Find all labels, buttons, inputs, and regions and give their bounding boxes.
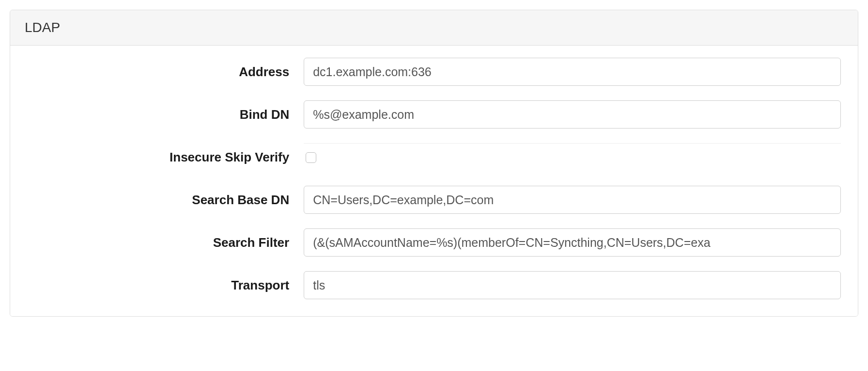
search-filter-control-wrap [304, 228, 841, 257]
transport-control-wrap [304, 271, 841, 299]
address-label: Address [27, 65, 304, 80]
transport-label: Transport [27, 278, 304, 293]
bind-dn-control-wrap [304, 100, 841, 129]
panel-title: LDAP [10, 10, 858, 46]
form-row-search-base-dn: Search Base DN [27, 186, 841, 214]
address-control-wrap [304, 58, 841, 86]
search-base-dn-control-wrap [304, 186, 841, 214]
search-filter-label: Search Filter [27, 235, 304, 250]
insecure-skip-verify-checkbox[interactable] [306, 152, 316, 163]
search-base-dn-input[interactable] [304, 186, 841, 214]
search-base-dn-label: Search Base DN [27, 193, 304, 208]
form-row-insecure-skip-verify: Insecure Skip Verify [27, 143, 841, 171]
panel-body: Address Bind DN Insecure Skip Verify Sea… [10, 46, 858, 316]
transport-input[interactable] [304, 271, 841, 299]
form-row-bind-dn: Bind DN [27, 100, 841, 129]
form-row-search-filter: Search Filter [27, 228, 841, 257]
checkbox-wrap [304, 143, 841, 171]
form-row-transport: Transport [27, 271, 841, 299]
address-input[interactable] [304, 58, 841, 86]
insecure-skip-verify-control-wrap [304, 143, 841, 171]
search-filter-input[interactable] [304, 228, 841, 257]
insecure-skip-verify-label: Insecure Skip Verify [27, 150, 304, 165]
ldap-panel: LDAP Address Bind DN Insecure Skip Verif… [10, 10, 858, 317]
form-row-address: Address [27, 58, 841, 86]
bind-dn-input[interactable] [304, 100, 841, 129]
bind-dn-label: Bind DN [27, 107, 304, 122]
